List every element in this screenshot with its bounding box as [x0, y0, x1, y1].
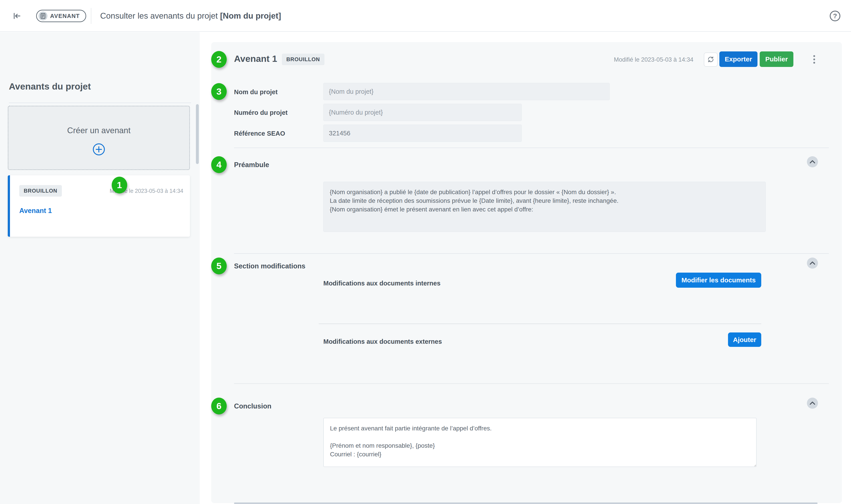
annotation-badge-3: 3 — [211, 83, 227, 100]
annotation-badge-1: 1 — [112, 177, 127, 194]
status-badge: BROUILLON — [19, 185, 62, 197]
sidebar-scrollbar[interactable] — [196, 104, 199, 164]
sidebar-heading: Avenants du projet — [9, 82, 91, 92]
section-divider — [234, 253, 829, 254]
annotation-badge-6: 6 — [211, 398, 227, 414]
collapse-modifications-button[interactable] — [807, 257, 818, 269]
conclusion-textarea[interactable]: Le présent avenant fait partie intégrant… — [323, 418, 757, 467]
collapse-sidebar-icon[interactable] — [12, 11, 22, 21]
chevron-up-icon — [810, 261, 815, 265]
chevron-up-icon — [810, 160, 815, 164]
annotation-badge-4: 4 — [211, 156, 227, 173]
modify-documents-button[interactable]: Modifier les documents — [676, 273, 761, 288]
collapse-conclusion-button[interactable] — [807, 398, 818, 409]
more-options-icon[interactable] — [810, 53, 819, 66]
avenant-link[interactable]: Avenant 1 — [19, 207, 52, 215]
section-divider — [234, 148, 829, 148]
page-title: Consulter les avenants du projet [Nom du… — [100, 0, 281, 32]
chevron-up-icon — [810, 401, 815, 405]
screen: AVENANT Consulter les avenants du projet… — [0, 0, 851, 504]
preambule-heading: Préambule — [234, 161, 269, 169]
refresh-button[interactable] — [704, 53, 718, 67]
annotation-badge-2: 2 — [211, 51, 227, 68]
add-external-document-button[interactable]: Ajouter — [728, 332, 761, 347]
modifications-heading: Section modifications — [234, 262, 305, 270]
help-icon[interactable]: ? — [830, 11, 840, 21]
modified-timestamp: Modifié le 2023-05-03 à 14:34 — [614, 56, 693, 63]
numero-du-projet-input[interactable] — [323, 104, 522, 121]
internal-documents-label: Modifications aux documents internes — [323, 280, 440, 287]
nom-du-projet-input[interactable] — [323, 83, 610, 100]
publish-button[interactable]: Publier — [760, 51, 793, 67]
external-documents-label: Modifications aux documents externes — [323, 338, 442, 345]
plus-icon[interactable] — [8, 143, 189, 156]
sidebar: Avenants du projet Créer un avenant BROU… — [0, 32, 200, 504]
field-label-reference-seao: Référence SEAO — [234, 130, 285, 137]
inner-divider — [319, 324, 761, 324]
avenant-status-badge: BROUILLON — [282, 54, 324, 65]
create-avenant-card[interactable]: Créer un avenant — [8, 106, 190, 170]
module-badge: AVENANT — [36, 10, 86, 22]
horizontal-scrollbar[interactable] — [234, 502, 817, 504]
export-button[interactable]: Exporter — [719, 51, 758, 67]
field-label-numero-du-projet: Numéro du projet — [234, 109, 288, 116]
top-bar: AVENANT Consulter les avenants du projet… — [0, 0, 851, 32]
reference-seao-input[interactable] — [323, 125, 522, 142]
create-avenant-label: Créer un avenant — [8, 126, 189, 135]
field-label-nom-du-projet: Nom du projet — [234, 88, 278, 96]
collapse-preambule-button[interactable] — [807, 156, 818, 167]
page-title-project: [Nom du projet] — [220, 11, 281, 21]
conclusion-heading: Conclusion — [234, 402, 271, 410]
topbar-divider — [91, 8, 91, 24]
annotation-badge-5: 5 — [211, 257, 227, 274]
document-icon — [39, 12, 48, 20]
module-badge-label: AVENANT — [50, 13, 80, 19]
preambule-textarea[interactable]: {Nom organisation} a publié le {date de … — [323, 182, 766, 232]
section-divider — [234, 383, 829, 384]
avenant-list-item[interactable]: BROUILLON Modifié le 2023-05-03 à 14:34 … — [8, 175, 190, 237]
refresh-icon — [707, 56, 714, 64]
avenant-title: Avenant 1 — [234, 54, 277, 64]
sidebar-divider — [9, 103, 191, 103]
